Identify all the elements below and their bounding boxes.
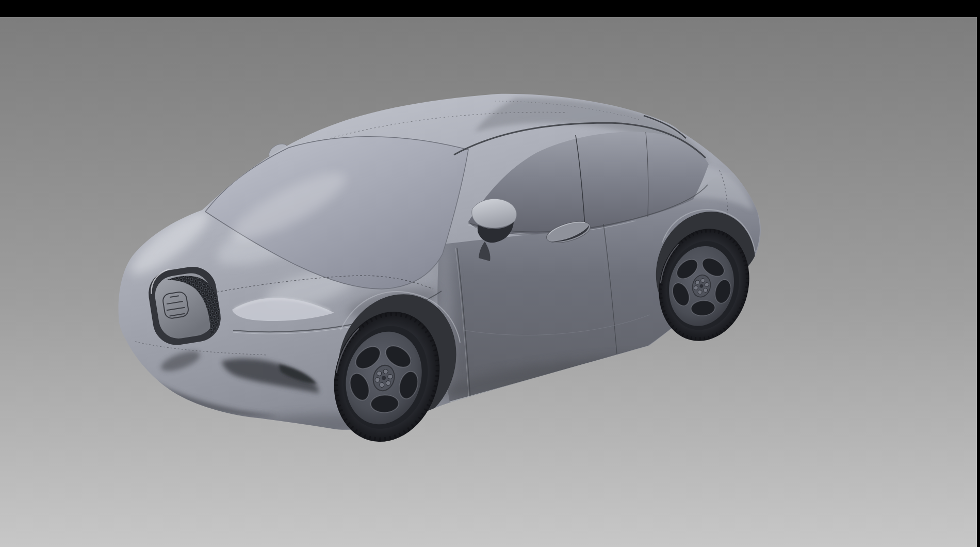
mirror-cap bbox=[472, 199, 517, 228]
car-3d-render bbox=[0, 0, 980, 547]
top-letterbox-bar bbox=[0, 0, 980, 17]
right-letterbox-bar bbox=[977, 0, 980, 547]
cad-viewport[interactable] bbox=[0, 0, 980, 547]
